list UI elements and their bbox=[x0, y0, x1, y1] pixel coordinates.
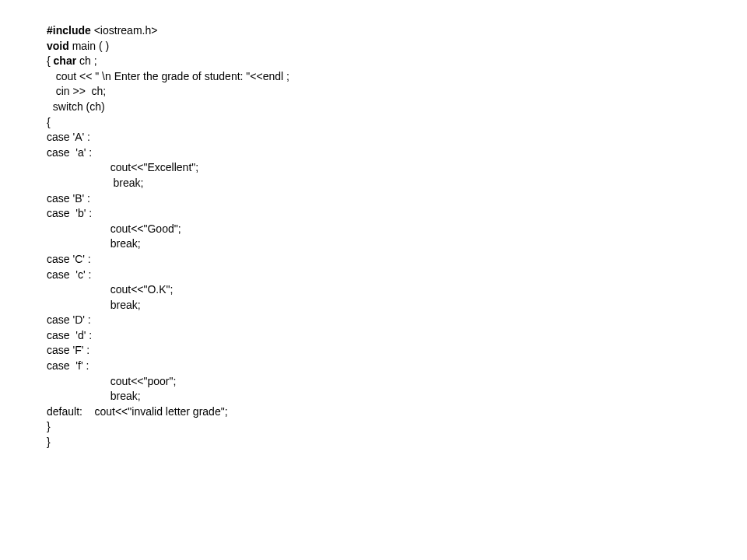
code-line: case 'B' : bbox=[47, 191, 700, 207]
code-line: cin >> ch; bbox=[47, 84, 700, 100]
code-line: } bbox=[47, 435, 700, 450]
code-line: default: cout<<"invalid letter grade"; bbox=[47, 404, 700, 420]
code-text: <iostream.h> bbox=[91, 24, 158, 37]
code-line: break; bbox=[47, 176, 700, 191]
code-line: case 'C' : bbox=[47, 252, 700, 268]
code-text: main ( ) bbox=[69, 40, 109, 52]
code-line: cout<<"poor"; bbox=[47, 374, 700, 390]
keyword-include: #include bbox=[47, 24, 91, 37]
code-line: case 'D' : bbox=[47, 313, 700, 328]
code-line: break; bbox=[47, 298, 700, 313]
code-line: case 'd' : bbox=[47, 328, 700, 344]
code-line: case 'A' : bbox=[47, 130, 700, 145]
code-line: #include <iostream.h> bbox=[47, 23, 700, 39]
code-line: cout << " \n Enter the grade of student:… bbox=[47, 69, 700, 85]
code-line: { char ch ; bbox=[47, 54, 700, 69]
code-line: case 'F' : bbox=[47, 343, 700, 359]
keyword-void: void bbox=[47, 40, 69, 52]
code-line: switch (ch) bbox=[47, 100, 700, 115]
code-line: cout<<"O.K"; bbox=[47, 282, 700, 298]
code-text: ch ; bbox=[76, 54, 96, 67]
code-text: { bbox=[47, 54, 54, 67]
keyword-char: char bbox=[54, 54, 77, 67]
code-line: void main ( ) bbox=[47, 39, 700, 54]
code-line: break; bbox=[47, 236, 700, 252]
code-line: { bbox=[47, 115, 700, 131]
code-line: case 'b' : bbox=[47, 206, 700, 222]
code-line: cout<<"Good"; bbox=[47, 222, 700, 237]
code-line: case 'c' : bbox=[47, 268, 700, 283]
code-line: case 'f' : bbox=[47, 359, 700, 374]
code-block: #include <iostream.h> void main ( ) { ch… bbox=[47, 23, 700, 450]
code-line: } bbox=[47, 419, 700, 435]
code-line: case 'a' : bbox=[47, 145, 700, 161]
code-line: break; bbox=[47, 389, 700, 404]
code-line: cout<<"Excellent"; bbox=[47, 160, 700, 176]
